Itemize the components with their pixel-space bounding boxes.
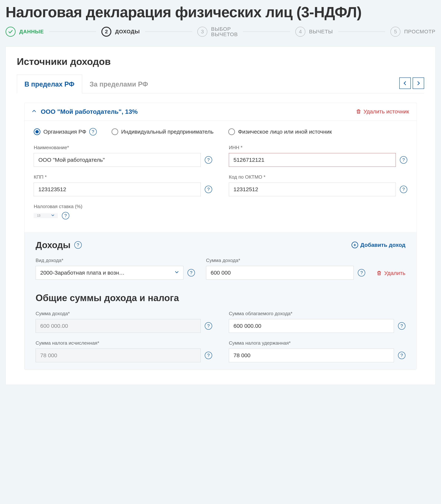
step-3-label: ВЫБОР ВЫЧЕТОВ <box>211 26 238 37</box>
section-title: Источники доходов <box>17 56 424 67</box>
radio-icon <box>34 128 40 135</box>
field-name: Наименование* ? <box>34 145 212 167</box>
step-1-label: ДАННЫЕ <box>19 29 44 35</box>
tax-calculated-input <box>36 348 201 362</box>
field-kpp: КПП * ? <box>34 174 212 196</box>
step-2-label: ДОХОДЫ <box>115 29 140 35</box>
field-inn: ИНН * ? <box>229 145 407 167</box>
help-icon[interactable]: ? <box>188 269 195 276</box>
trash-icon <box>356 108 361 115</box>
help-icon[interactable]: ? <box>205 322 212 330</box>
chevron-down-icon <box>175 270 179 275</box>
chevron-down-icon <box>51 213 54 218</box>
source-panel: ООО "Мой работодатель", 13% Удалить исто… <box>24 103 417 370</box>
field-total-income: Сумма дохода* ? <box>36 311 212 333</box>
chevron-up-icon[interactable] <box>32 109 36 114</box>
step-3[interactable]: 3 ВЫБОР ВЫЧЕТОВ <box>197 26 238 37</box>
taxable-income-input[interactable] <box>229 319 394 333</box>
inn-input[interactable] <box>229 153 396 167</box>
source-type-radios: Организация РФ ? Индивидуальный предприн… <box>34 128 407 135</box>
plus-circle-icon: + <box>351 242 358 248</box>
taxrate-select[interactable]: 13 <box>34 213 58 218</box>
tax-withheld-label: Сумма налога удержанная* <box>229 340 405 346</box>
total-income-input <box>36 319 201 333</box>
help-icon[interactable]: ? <box>205 186 212 193</box>
help-icon[interactable]: ? <box>400 186 407 193</box>
radio-org[interactable]: Организация РФ ? <box>34 128 97 135</box>
step-5-circle: 5 <box>390 27 400 37</box>
help-icon[interactable]: ? <box>205 156 212 164</box>
kpp-input[interactable] <box>34 183 201 196</box>
delete-income-button[interactable]: Удалить <box>376 270 405 280</box>
kpp-label: КПП * <box>34 174 212 180</box>
tab-inside-rf[interactable]: В пределах РФ <box>17 75 82 93</box>
step-4-label: ВЫЧЕТЫ <box>309 29 333 35</box>
step-2[interactable]: 2 ДОХОДЫ <box>101 27 140 37</box>
field-tax-withheld: Сумма налога удержанная* ? <box>229 340 405 362</box>
field-income-type: Вид дохода* 2000-Заработная плата и возн… <box>36 258 195 280</box>
totals-title: Общие суммы дохода и налога <box>36 293 405 303</box>
help-icon[interactable]: ? <box>358 269 365 276</box>
step-5-label: ПРОСМОТР <box>404 29 435 35</box>
page-title: Налоговая декларация физических лиц (3-Н… <box>6 4 435 21</box>
source-title: ООО "Мой работодатель", 13% <box>41 108 351 115</box>
help-icon[interactable]: ? <box>398 322 405 330</box>
prev-button[interactable] <box>399 78 411 89</box>
field-taxable-income: Сумма облагаемого дохода* ? <box>229 311 405 333</box>
income-amount-label: Сумма дохода* <box>206 258 365 263</box>
step-5[interactable]: 5 ПРОСМОТР <box>390 27 435 37</box>
income-type-select[interactable]: 2000-Заработная плата и возн… <box>36 266 183 280</box>
field-oktmo: Код по ОКТМО * ? <box>229 174 407 196</box>
taxrate-label: Налоговая ставка (%) <box>34 204 407 209</box>
delete-source-button[interactable]: Удалить источник <box>356 108 409 115</box>
help-icon[interactable]: ? <box>62 212 69 219</box>
oktmo-input[interactable] <box>229 183 396 196</box>
step-2-circle: 2 <box>101 27 111 37</box>
radio-icon <box>111 128 118 135</box>
taxable-income-label: Сумма облагаемого дохода* <box>229 311 405 316</box>
main-card: Источники доходов В пределах РФ За преде… <box>6 47 435 385</box>
step-4-circle: 4 <box>295 27 305 37</box>
stepper: ДАННЫЕ 2 ДОХОДЫ 3 ВЫБОР ВЫЧЕТОВ 4 ВЫЧЕТЫ… <box>6 26 435 37</box>
step-4[interactable]: 4 ВЫЧЕТЫ <box>295 27 333 37</box>
step-1[interactable]: ДАННЫЕ <box>6 27 44 37</box>
check-icon <box>6 27 16 37</box>
field-income-amount: Сумма дохода* ? <box>206 258 365 280</box>
help-icon[interactable]: ? <box>400 156 407 164</box>
radio-icon <box>228 128 235 135</box>
help-icon[interactable]: ? <box>89 128 97 135</box>
help-icon[interactable]: ? <box>74 241 82 249</box>
tax-withheld-input[interactable] <box>229 348 394 362</box>
incomes-title: Доходы <box>36 240 71 250</box>
income-type-label: Вид дохода* <box>36 258 195 263</box>
trash-icon <box>376 270 382 276</box>
name-label: Наименование* <box>34 145 212 150</box>
inn-label: ИНН * <box>229 145 407 150</box>
income-amount-input[interactable] <box>206 266 354 280</box>
name-input[interactable] <box>34 153 201 167</box>
tab-outside-rf[interactable]: За пределами РФ <box>82 75 156 93</box>
help-icon[interactable]: ? <box>205 352 212 359</box>
step-3-circle: 3 <box>197 27 207 37</box>
source-header: ООО "Мой работодатель", 13% Удалить исто… <box>24 103 417 121</box>
help-icon[interactable]: ? <box>398 352 405 359</box>
radio-ip[interactable]: Индивидуальный предприниматель <box>111 128 214 135</box>
field-tax-calculated: Сумма налога исчисленная* ? <box>36 340 212 362</box>
oktmo-label: Код по ОКТМО * <box>229 174 407 180</box>
incomes-panel: Доходы ? + Добавить доход Вид дохода* 20… <box>24 232 417 370</box>
field-taxrate: Налоговая ставка (%) 13 ? <box>34 204 407 219</box>
tab-row: В пределах РФ За пределами РФ <box>17 75 424 93</box>
add-income-button[interactable]: + Добавить доход <box>351 242 405 248</box>
radio-person[interactable]: Физическое лицо или иной источник <box>228 128 332 135</box>
next-button[interactable] <box>413 78 424 89</box>
tax-calculated-label: Сумма налога исчисленная* <box>36 340 212 346</box>
total-income-label: Сумма дохода* <box>36 311 212 316</box>
